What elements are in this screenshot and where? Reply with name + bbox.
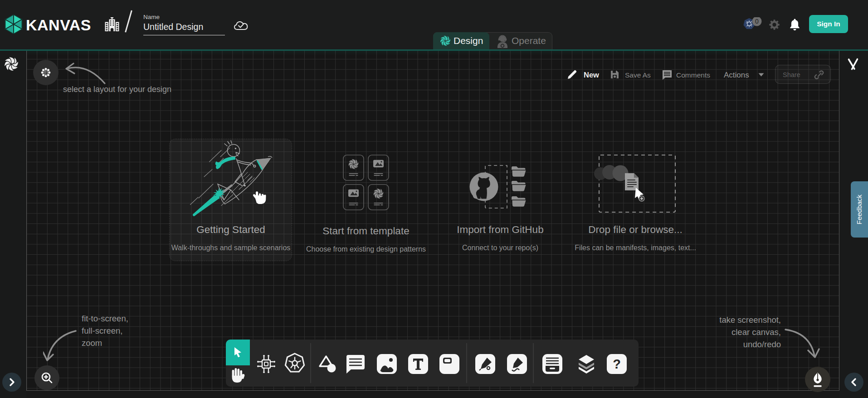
svg-text:0: 0 bbox=[755, 18, 759, 25]
svg-text:?: ? bbox=[613, 357, 621, 371]
